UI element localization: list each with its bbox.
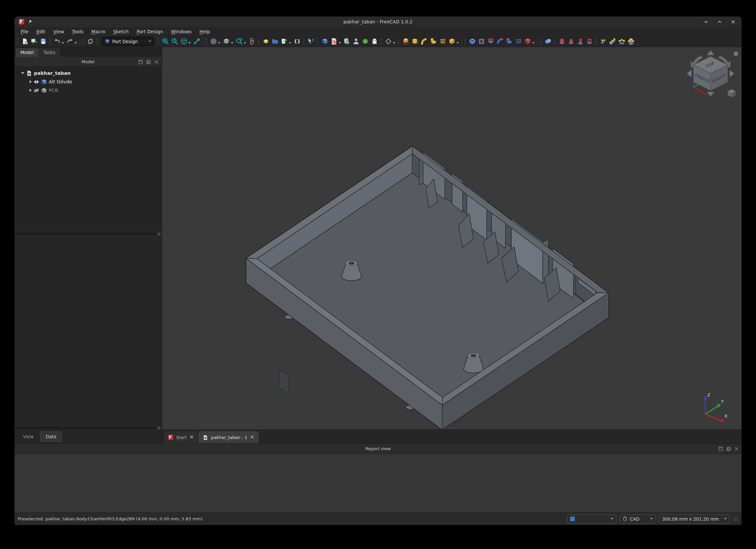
boolean-icon[interactable] (544, 37, 552, 46)
undo-dropdown-caret[interactable] (62, 42, 64, 44)
chamfer-icon[interactable] (567, 37, 575, 46)
polar-pattern-icon[interactable] (617, 37, 626, 46)
tab-view[interactable]: View (18, 432, 39, 442)
subtractive-pipe-icon[interactable] (496, 37, 504, 46)
menu-tools[interactable]: Tools (68, 28, 87, 35)
additive-primitive-icon[interactable] (447, 37, 456, 46)
subtractive-primitive-icon[interactable] (523, 37, 532, 46)
view-dimensions-dropdown[interactable]: 300.08 mm x 201.20 mm (659, 514, 730, 524)
datum-icon[interactable] (261, 37, 270, 46)
box-selection-icon[interactable] (222, 37, 230, 46)
maximize-button[interactable] (717, 19, 722, 24)
toolbar-drag-handle[interactable] (380, 38, 382, 45)
close-icon[interactable] (250, 435, 254, 440)
create-body-icon[interactable] (320, 37, 329, 46)
additive-primitive-dropdown-caret[interactable] (456, 42, 459, 44)
save-icon[interactable] (39, 37, 47, 46)
panel-close-icon[interactable] (154, 60, 159, 64)
draw-style-icon[interactable] (179, 37, 188, 46)
zoom-view-dropdown-caret[interactable] (244, 42, 246, 44)
toolbar-drag-handle[interactable] (553, 38, 556, 45)
map-sketch-icon[interactable] (342, 37, 351, 46)
stop-operation-icon[interactable] (209, 37, 218, 46)
pad-icon[interactable] (401, 37, 410, 46)
resize-grip[interactable] (733, 516, 738, 522)
tree-collapse-icon[interactable] (30, 80, 32, 83)
visibility-on-icon[interactable] (34, 79, 39, 85)
new-file-icon[interactable] (20, 37, 29, 46)
panel-float-icon[interactable] (146, 60, 151, 64)
visibility-off-icon[interactable] (34, 88, 39, 93)
menu-view[interactable]: View (50, 28, 68, 35)
fillet-icon[interactable] (557, 37, 566, 46)
minimize-button[interactable] (704, 19, 709, 24)
edit-sketch-dropdown-caret[interactable] (393, 42, 395, 44)
tab-data[interactable]: Data (40, 431, 62, 442)
toolbar-drag-handle[interactable] (257, 38, 260, 45)
close-icon[interactable] (190, 435, 194, 440)
redo-dropdown-caret[interactable] (74, 42, 77, 44)
close-button[interactable] (731, 19, 736, 24)
draft-icon[interactable] (576, 37, 584, 46)
report-close-icon[interactable] (734, 447, 739, 451)
expression-icon[interactable]: {} (293, 37, 301, 46)
3d-viewport[interactable]: TOP FRONT RIGHT (162, 47, 742, 429)
revolution-icon[interactable] (411, 37, 419, 46)
subtractive-primitive-dropdown-caret[interactable] (532, 42, 535, 44)
report-minimize-icon[interactable] (718, 447, 723, 451)
thickness-icon[interactable] (585, 37, 594, 46)
tab-tasks[interactable]: Tasks (39, 48, 60, 57)
tree-collapse-icon[interactable] (30, 89, 32, 92)
toolbar-drag-handle[interactable] (540, 38, 542, 45)
redo-icon[interactable] (66, 37, 74, 46)
tree-item-pakhar_taban[interactable]: pakhar_taban (14, 69, 161, 77)
navigation-style-dropdown[interactable]: CAD (620, 514, 656, 524)
tab-model[interactable]: Model (16, 48, 39, 57)
title-bar[interactable]: pakhar_taban - FreeCAD 1.0.2 (14, 16, 742, 27)
workbench-selector[interactable]: Part Design (102, 37, 154, 46)
mdi-tab-start[interactable]: Start (164, 431, 198, 443)
validate-sketch-icon[interactable] (352, 37, 360, 46)
toolbar-drag-handle[interactable] (16, 38, 19, 45)
zoom-selection-icon[interactable] (170, 37, 179, 46)
open-file-icon[interactable] (30, 37, 38, 46)
report-float-icon[interactable] (726, 447, 731, 451)
toolbar-drag-handle[interactable] (96, 38, 98, 45)
toolbar-drag-handle[interactable] (303, 38, 305, 45)
toolbar-drag-handle[interactable] (464, 38, 466, 45)
menu-edit[interactable]: Edit (33, 28, 49, 35)
fit-all-icon[interactable] (161, 37, 170, 46)
toolbar-drag-handle[interactable] (595, 38, 597, 45)
stop-operation-dropdown-caret[interactable] (218, 42, 221, 44)
tree-expand-icon[interactable] (21, 72, 24, 74)
pocket-icon[interactable] (468, 37, 476, 46)
navigation-cube[interactable]: TOP FRONT RIGHT (682, 48, 739, 98)
create-sketch-dropdown-caret[interactable] (338, 42, 341, 44)
toolbar-drag-handle[interactable] (205, 38, 207, 45)
group-icon[interactable] (271, 37, 279, 46)
subtractive-loft-icon[interactable] (505, 37, 513, 46)
zoom-view-icon[interactable] (235, 37, 243, 46)
share-view-dropdown-caret[interactable] (289, 42, 291, 44)
view-link-icon[interactable] (192, 37, 201, 46)
shapebinder-icon[interactable] (361, 37, 369, 46)
mirrored-icon[interactable] (599, 37, 607, 46)
panel-minimize-icon[interactable] (138, 60, 143, 64)
create-sketch-icon[interactable] (330, 37, 338, 46)
toolbar-drag-handle[interactable] (316, 38, 319, 45)
refresh-icon[interactable] (86, 37, 95, 46)
menu-macro[interactable]: Macro (88, 28, 109, 35)
tree-item-pcb[interactable]: PCB (14, 86, 161, 95)
box-selection-dropdown-caret[interactable] (231, 42, 233, 44)
additive-helix-icon[interactable] (438, 37, 447, 46)
whats-this-icon[interactable]: ? (307, 37, 315, 46)
toolbar-drag-handle[interactable] (397, 38, 400, 45)
menu-file[interactable]: File (17, 28, 32, 35)
draw-style-dropdown-caret[interactable] (188, 42, 191, 44)
additive-loft-icon[interactable] (429, 37, 438, 46)
menu-windows[interactable]: Windows (167, 28, 195, 35)
menu-part-design[interactable]: Part Design (133, 28, 167, 35)
menu-sketch[interactable]: Sketch (110, 28, 132, 35)
share-view-icon[interactable] (280, 37, 288, 46)
linear-pattern-icon[interactable] (608, 37, 617, 46)
